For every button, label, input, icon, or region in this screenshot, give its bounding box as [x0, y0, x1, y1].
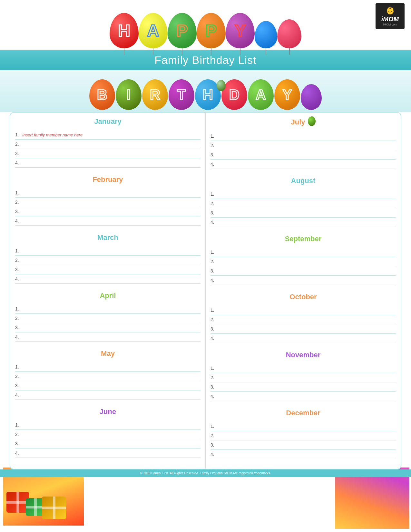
entry-line — [22, 163, 201, 163]
entry-num: 1. — [210, 250, 218, 255]
bday-letter-r: R — [150, 87, 160, 103]
entry-line — [218, 222, 396, 222]
entry-num: 2. — [210, 317, 218, 322]
entry-line — [22, 221, 201, 221]
entry-num: 3. — [210, 268, 218, 273]
list-item: 3. — [210, 382, 396, 392]
bday-i: I — [116, 79, 142, 110]
july-balloon-accent — [308, 116, 316, 126]
january-entries: 1. Insert family member name here 2. 3. — [15, 130, 201, 168]
entry-num: 4. — [15, 450, 22, 456]
september-entries: 1. 2. 3. 4. — [210, 248, 396, 285]
bday-a: A — [248, 79, 274, 110]
letter-p1: P — [177, 21, 188, 40]
entry-line — [22, 395, 201, 395]
entry-num: 4. — [15, 218, 22, 223]
list-item: 1. — [210, 422, 396, 431]
entry-line — [218, 329, 396, 329]
entry-line — [22, 270, 201, 270]
list-item: 3. — [15, 207, 201, 216]
list-item: 3. — [210, 324, 396, 334]
list-item: 2. — [15, 430, 201, 439]
entry-line — [22, 309, 201, 309]
entry-num: 3. — [15, 151, 22, 156]
entry-placeholder[interactable]: Insert family member name here — [22, 133, 201, 137]
entry-line — [218, 310, 396, 310]
entry-num: 2. — [210, 433, 218, 438]
month-title-january: January — [15, 116, 201, 127]
entry-num: 3. — [15, 209, 22, 214]
footer: © 2010 Family First. All Rights Reserved… — [0, 469, 411, 477]
entry-num: 2. — [210, 375, 218, 380]
page-title: Family Birthday List — [154, 54, 257, 66]
main-wrapper: 👶 iMOM iMOM.com H A P P Y — [0, 0, 411, 532]
letter-y: Y — [235, 21, 246, 40]
list-item: 3. — [15, 149, 201, 158]
list-item: 4. — [210, 276, 396, 285]
bday-letter-i: I — [127, 87, 131, 103]
march-entries: 1. 2. 3. 4. — [15, 246, 201, 284]
imom-text: iMOM — [381, 15, 399, 23]
list-item: 1. Insert family member name here — [15, 130, 201, 140]
imom-sub: iMOM.com — [383, 23, 397, 26]
month-january: January 1. Insert family member name her… — [15, 116, 201, 168]
entry-num: 1. — [210, 424, 218, 429]
list-item: 1. — [210, 132, 396, 141]
birthday-strip: B I R T H D A Y — [0, 70, 411, 112]
entry-line — [218, 445, 396, 445]
list-item: 2. — [210, 199, 396, 208]
balloon-p1: P — [168, 13, 197, 48]
month-title-february: February — [15, 174, 201, 185]
list-item: 1. — [210, 190, 396, 199]
may-entries: 1. 2. 3. 4. — [15, 362, 201, 400]
entry-line — [22, 444, 201, 444]
list-item: 1. — [210, 364, 396, 373]
entry-num: 3. — [15, 441, 22, 446]
entry-num: 2. — [210, 143, 218, 148]
june-entries: 1. 2. 3. 4. — [15, 420, 201, 458]
list-item: 4. — [15, 216, 201, 226]
entry-line — [22, 453, 201, 453]
entry-line — [22, 367, 201, 367]
entry-line — [22, 193, 201, 193]
month-may: May 1. 2. 3. 4. — [15, 348, 201, 400]
november-entries: 1. 2. 3. 4. — [210, 364, 396, 401]
balloon-extra2 — [277, 19, 301, 48]
month-august: August 1. 2. 3. 4. — [210, 175, 396, 227]
entry-line — [218, 436, 396, 436]
month-title-november: November — [210, 350, 396, 360]
entry-line — [22, 386, 201, 386]
month-title-december: December — [210, 408, 396, 419]
bday-letter-b: B — [97, 87, 107, 103]
ribbon-v — [34, 498, 37, 516]
imom-icon: 👶 — [386, 6, 395, 15]
bday-letter-a: A — [256, 87, 266, 103]
list-item: 1. — [15, 420, 201, 430]
entry-line — [22, 376, 201, 377]
month-title-june: June — [15, 406, 201, 417]
left-column: January 1. Insert family member name her… — [10, 113, 206, 469]
list-item: 2. — [210, 373, 396, 382]
happy-balloons: H A P P Y — [0, 3, 411, 48]
entry-line — [22, 337, 201, 337]
august-entries: 1. 2. 3. 4. — [210, 190, 396, 227]
letter-h: H — [118, 21, 130, 40]
entry-num: 2. — [15, 142, 22, 147]
entry-num: 2. — [15, 374, 22, 379]
header-area: H A P P Y — [0, 0, 411, 48]
entry-num: 4. — [210, 162, 218, 167]
list-item: 2. — [15, 198, 201, 207]
list-item: 4. — [210, 218, 396, 227]
letter-a1: A — [147, 21, 159, 40]
month-november: November 1. 2. 3. 4. — [210, 350, 396, 401]
entry-num: 4. — [210, 220, 218, 225]
month-title-may: May — [15, 348, 201, 359]
list-item: 3. — [210, 150, 396, 160]
balloon-y: Y — [226, 13, 255, 48]
entry-line — [218, 396, 396, 397]
ribbon-v — [53, 497, 55, 519]
month-march: March 1. 2. 3. 4. — [15, 232, 201, 284]
entry-line — [218, 213, 396, 213]
list-item: 2. — [210, 431, 396, 440]
entry-line — [218, 387, 396, 387]
